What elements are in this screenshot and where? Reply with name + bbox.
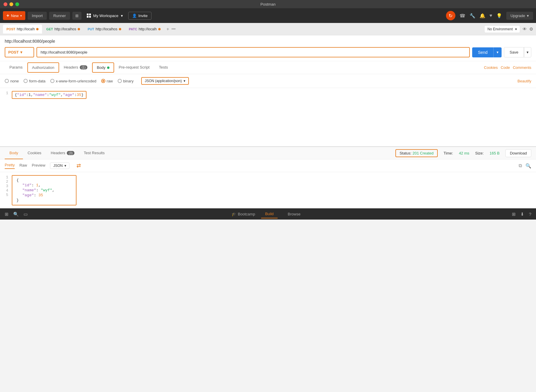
cookies-link[interactable]: Cookies (484, 65, 498, 70)
close-button[interactable] (4, 2, 7, 6)
env-icons: 👁 ⚙ (522, 26, 533, 32)
tab-method: POST (6, 27, 15, 31)
code-content[interactable]: {"id":1,"name":"wyf","age":35} (12, 91, 531, 143)
format-label: JSON (application/json) (145, 79, 182, 83)
radio-raw (101, 79, 105, 83)
console-icon[interactable]: ▭ (24, 212, 28, 217)
runner-button[interactable]: Runner (49, 12, 70, 20)
pretty-icons: ⧉ 🔍 (519, 163, 531, 169)
resp-tab-cookies[interactable]: Cookies (23, 147, 46, 159)
tab-url: http://localh (139, 27, 157, 31)
resp-tab-headers[interactable]: Headers (3) (46, 147, 79, 159)
chevron-down-icon: ▾ (20, 50, 22, 54)
lightbulb-icon[interactable]: 💡 (496, 13, 502, 19)
radio-binary (118, 79, 122, 83)
env-dropdown[interactable]: No Environment ▾ (484, 25, 520, 33)
beautify-button[interactable]: Beautify (517, 79, 531, 83)
tab-body[interactable]: Body (92, 62, 114, 73)
method-select[interactable]: POST ▾ (5, 47, 34, 57)
save-button[interactable]: Save (504, 47, 524, 57)
tab-put[interactable]: PUT http://localhos (84, 25, 125, 34)
wrap-lines-button[interactable]: ⇄ (76, 162, 81, 169)
window-controls (4, 2, 19, 6)
wrench-icon[interactable]: 🔧 (470, 13, 475, 19)
maximize-button[interactable] (15, 2, 19, 6)
upgrade-label: Upgrade (510, 14, 525, 18)
sidebar-toggle-icon[interactable]: ⊞ (5, 212, 9, 217)
tab-url: http://localh (17, 27, 35, 31)
layout-icon[interactable]: ⊞ (512, 212, 516, 217)
url-display: http://localhost:8080/people (5, 39, 531, 44)
more-tabs-button[interactable]: ••• (172, 27, 176, 31)
upgrade-button[interactable]: Upgrade ▾ (506, 12, 533, 20)
pretty-tab-raw[interactable]: Raw (19, 163, 27, 169)
search-icon[interactable]: 🔍 (525, 163, 531, 169)
topnav: + New ▾ Import Runner ⊞ My Workspace ▾ 👤… (0, 8, 536, 23)
format-dropdown[interactable]: JSON (application/json) ▾ (141, 77, 189, 85)
bootcamp-button[interactable]: 🎓 Bootcamp (232, 212, 255, 216)
save-dropdown-button[interactable]: ▾ (524, 47, 531, 57)
tab-method: PATC (129, 27, 137, 31)
gear-icon[interactable]: ⚙ (529, 26, 533, 32)
build-button[interactable]: Build (261, 210, 278, 218)
pretty-tab-pretty[interactable]: Pretty (5, 163, 15, 169)
send-button[interactable]: Send (472, 47, 494, 57)
help-icon[interactable]: ? (529, 212, 531, 217)
tab-get[interactable]: GET http://localhos (43, 25, 84, 34)
bell-icon[interactable]: 🔔 (480, 13, 485, 19)
phone-icon[interactable]: ☎ (460, 13, 465, 19)
line-num-1: 1 (5, 91, 8, 95)
request-bar: POST ▾ Send ▾ Save ▾ (5, 47, 531, 57)
heart-icon[interactable]: ♥ (490, 13, 492, 18)
send-group: Send ▾ (472, 47, 502, 57)
layout-icon: ⊞ (75, 14, 79, 18)
chevron-down-icon: ▾ (515, 27, 517, 31)
minimize-button[interactable] (9, 2, 13, 6)
option-urlencoded[interactable]: x-www-form-urlencoded (50, 79, 96, 83)
resp-line-5: } (16, 198, 72, 202)
bottom-right-icons: ⊞ ⬇ ? (512, 212, 531, 217)
tab-authorization[interactable]: Authorization (27, 62, 59, 73)
search-icon[interactable]: 🔍 (13, 212, 19, 217)
chevron-down-icon: ▾ (121, 14, 123, 18)
sync-button[interactable]: ↻ (446, 11, 455, 20)
workspace-button[interactable]: My Workspace ▾ (84, 12, 126, 20)
req-tab-right: Cookies Code Comments (484, 65, 531, 70)
copy-icon[interactable]: ⧉ (519, 163, 522, 169)
import-button[interactable]: Import (28, 12, 47, 20)
response-format-select[interactable]: JSON ▾ (50, 162, 69, 169)
resp-line-nums: 1 2 3 4 5 (0, 175, 12, 205)
tab-dot (119, 28, 121, 30)
download-button[interactable]: Download (505, 149, 531, 157)
bottombar: ⊞ 🔍 ▭ 🎓 Bootcamp Build Browse ⊞ ⬇ ? (0, 208, 536, 220)
new-button[interactable]: + New ▾ (3, 11, 25, 20)
layout-button[interactable]: ⊞ (72, 12, 81, 20)
tab-params[interactable]: Params (5, 62, 27, 73)
option-form-data[interactable]: form-data (24, 79, 46, 83)
code-link[interactable]: Code (501, 65, 510, 70)
pretty-tab-preview[interactable]: Preview (32, 163, 45, 169)
option-raw[interactable]: raw (101, 79, 113, 83)
url-input[interactable] (36, 47, 470, 57)
comments-link[interactable]: Comments (513, 65, 531, 70)
tab-pre-request[interactable]: Pre-request Script (114, 62, 154, 73)
resp-tab-body[interactable]: Body (5, 147, 23, 159)
resp-line-num: 4 (5, 188, 8, 193)
chevron-down-icon: ▾ (20, 14, 22, 17)
invite-button[interactable]: 👤 Invite (128, 12, 152, 20)
download-icon[interactable]: ⬇ (520, 212, 524, 217)
app-title: Postman (260, 2, 275, 6)
tab-headers[interactable]: Headers (1) (59, 62, 92, 73)
resp-tab-test-results[interactable]: Test Results (79, 147, 109, 159)
option-binary[interactable]: binary (118, 79, 134, 83)
add-tab-button[interactable]: + (167, 26, 169, 32)
option-none[interactable]: none (5, 79, 19, 83)
browse-button[interactable]: Browse (284, 210, 304, 218)
tab-post[interactable]: POST http://localh (3, 25, 42, 34)
send-dropdown-button[interactable]: ▾ (493, 47, 502, 57)
person-icon: 👤 (132, 14, 137, 18)
tab-tests[interactable]: Tests (154, 62, 172, 73)
size-label: Size: (475, 151, 484, 155)
eye-icon[interactable]: 👁 (522, 26, 527, 32)
tab-patch[interactable]: PATC http://localh (125, 25, 164, 34)
